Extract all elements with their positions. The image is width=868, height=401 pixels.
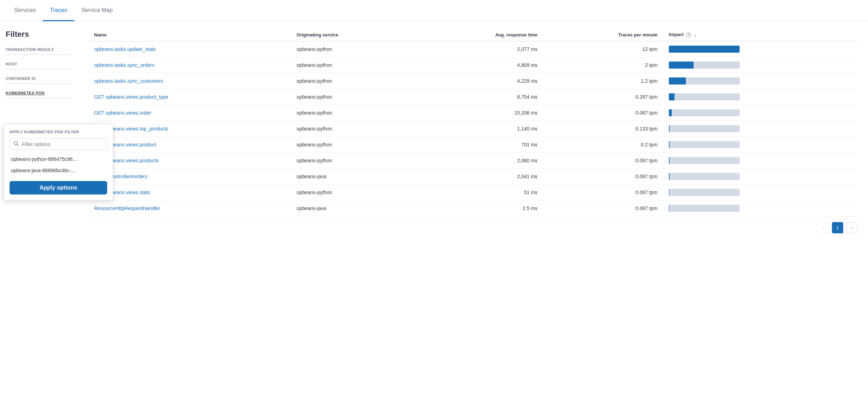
tab-traces[interactable]: Traces [43, 0, 74, 21]
row-name[interactable]: GET opbeans.views.product [88, 137, 291, 153]
row-name[interactable]: GET opbeans.views.stats [88, 185, 291, 200]
apply-options-button[interactable]: Apply options [10, 181, 107, 194]
filter-search-input[interactable] [22, 141, 103, 147]
row-originating-service: opbeans-python [291, 185, 417, 200]
row-impact [663, 57, 857, 73]
row-avg-response: 2,077 ms [416, 41, 543, 57]
row-originating-service: opbeans-python [291, 89, 417, 105]
row-avg-response: 51 ms [416, 185, 543, 200]
option-2-label: opbeans-java-86896bc46c-.... [11, 168, 76, 173]
impact-sort-icon[interactable]: ↓ [694, 32, 696, 37]
row-name[interactable]: GET opbeans.views.order [88, 105, 291, 121]
filter-kubernetes-pod-label: KUBERNETES POD [6, 91, 72, 98]
row-traces-per-minute: 0.2 tpm [543, 137, 663, 153]
search-icon [13, 141, 19, 147]
row-avg-response: 2.5 ms [416, 200, 543, 216]
row-impact [663, 185, 857, 200]
row-impact [663, 41, 857, 57]
row-name[interactable]: GET opbeans.views.products [88, 153, 291, 169]
table-row: opbeans.tasks.sync_ordersopbeans-python4… [88, 57, 857, 73]
row-impact [663, 73, 857, 89]
row-avg-response: 2,041 ms [416, 169, 543, 185]
filter-container-id-label: CONTAINER ID [6, 76, 72, 84]
row-traces-per-minute: 0.267 tpm [543, 89, 663, 105]
filter-transaction-result[interactable]: TRANSACTION RESULT [6, 47, 72, 55]
filter-container-id[interactable]: CONTAINER ID [6, 76, 72, 84]
filter-transaction-result-label: TRANSACTION RESULT [6, 47, 72, 55]
pagination: ‹ 1 › [88, 216, 857, 233]
row-avg-response: 4,809 ms [416, 57, 543, 73]
row-originating-service: opbeans-python [291, 105, 417, 121]
tab-service-map[interactable]: Service Map [74, 0, 120, 21]
row-name[interactable]: GET opbeans.views.top_products [88, 121, 291, 137]
row-avg-response: 8,754 ms [416, 89, 543, 105]
filter-search-box[interactable] [10, 138, 107, 150]
row-traces-per-minute: 0.067 tpm [543, 153, 663, 169]
table-row: GET opbeans.views.productopbeans-python7… [88, 137, 857, 153]
row-originating-service: opbeans-python [291, 41, 417, 57]
table-row: OrdersController#ordersopbeans-java2,041… [88, 169, 857, 185]
row-name[interactable]: ResourceHttpRequestHandler [88, 200, 291, 216]
row-name[interactable]: opbeans.tasks.sync_customers [88, 73, 291, 89]
row-traces-per-minute: 12 tpm [543, 41, 663, 57]
table-row: GET opbeans.views.orderopbeans-python15,… [88, 105, 857, 121]
sidebar-title: Filters [6, 30, 72, 39]
row-originating-service: opbeans-java [291, 169, 417, 185]
row-impact [663, 137, 857, 153]
row-avg-response: 1,140 ms [416, 121, 543, 137]
option-1[interactable]: opbeans-python-686475c96.... [10, 153, 107, 165]
main-layout: Filters TRANSACTION RESULT HOST CONTAINE… [0, 21, 868, 401]
row-originating-service: opbeans-python [291, 121, 417, 137]
svg-line-1 [17, 144, 18, 146]
row-impact [663, 105, 857, 121]
table-row: GET opbeans.views.productsopbeans-python… [88, 153, 857, 169]
row-originating-service: opbeans-python [291, 153, 417, 169]
row-impact [663, 89, 857, 105]
tabs-bar: Services Traces Service Map [0, 0, 868, 21]
row-impact [663, 169, 857, 185]
row-avg-response: 2,060 ms [416, 153, 543, 169]
sidebar: Filters TRANSACTION RESULT HOST CONTAINE… [0, 21, 78, 401]
filter-host-label: HOST [6, 62, 72, 69]
row-originating-service: opbeans-python [291, 57, 417, 73]
row-name[interactable]: opbeans.tasks.update_stats [88, 41, 291, 57]
table-row: ResourceHttpRequestHandleropbeans-java2.… [88, 200, 857, 216]
row-impact [663, 153, 857, 169]
filter-host[interactable]: HOST [6, 62, 72, 69]
row-name[interactable]: OrdersController#orders [88, 169, 291, 185]
table-row: opbeans.tasks.update_statsopbeans-python… [88, 41, 857, 57]
row-traces-per-minute: 0.067 tpm [543, 185, 663, 200]
row-impact [663, 200, 857, 216]
row-traces-per-minute: 0.133 tpm [543, 121, 663, 137]
row-originating-service: opbeans-python [291, 137, 417, 153]
row-traces-per-minute: 0.067 tpm [543, 169, 663, 185]
tab-services[interactable]: Services [7, 0, 43, 21]
table-row: GET opbeans.views.product_typeopbeans-py… [88, 89, 857, 105]
dropdown-title: APPLY KUBERNETES POD FILTER [10, 130, 107, 134]
table-row: GET opbeans.views.top_productsopbeans-py… [88, 121, 857, 137]
kubernetes-pod-dropdown: APPLY KUBERNETES POD FILTER opbeans-pyth… [4, 124, 113, 200]
option-2[interactable]: opbeans-java-86896bc46c-.... [10, 165, 107, 176]
row-impact [663, 121, 857, 137]
col-impact[interactable]: Impact i ↓ [663, 28, 857, 41]
next-page-button[interactable]: › [846, 222, 857, 233]
filter-kubernetes-pod[interactable]: KUBERNETES POD [6, 91, 72, 98]
row-traces-per-minute: 2 tpm [543, 57, 663, 73]
col-traces-per-minute: Traces per minute [543, 28, 663, 41]
table-row: GET opbeans.views.statsopbeans-python51 … [88, 185, 857, 200]
row-traces-per-minute: 0.067 tpm [543, 200, 663, 216]
col-originating-service: Originating service [291, 28, 417, 41]
impact-info-icon: i [686, 33, 691, 37]
table-header-row: Name Originating service Avg. response t… [88, 28, 857, 41]
row-originating-service: opbeans-java [291, 200, 417, 216]
traces-table: Name Originating service Avg. response t… [88, 28, 857, 216]
row-avg-response: 4,229 ms [416, 73, 543, 89]
row-avg-response: 15,336 ms [416, 105, 543, 121]
prev-page-button[interactable]: ‹ [818, 222, 829, 233]
page-1-button[interactable]: 1 [832, 222, 843, 233]
row-name[interactable]: opbeans.tasks.sync_orders [88, 57, 291, 73]
row-traces-per-minute: 0.067 tpm [543, 105, 663, 121]
col-avg-response: Avg. response time [416, 28, 543, 41]
option-1-label: opbeans-python-686475c96.... [11, 156, 78, 162]
row-name[interactable]: GET opbeans.views.product_type [88, 89, 291, 105]
